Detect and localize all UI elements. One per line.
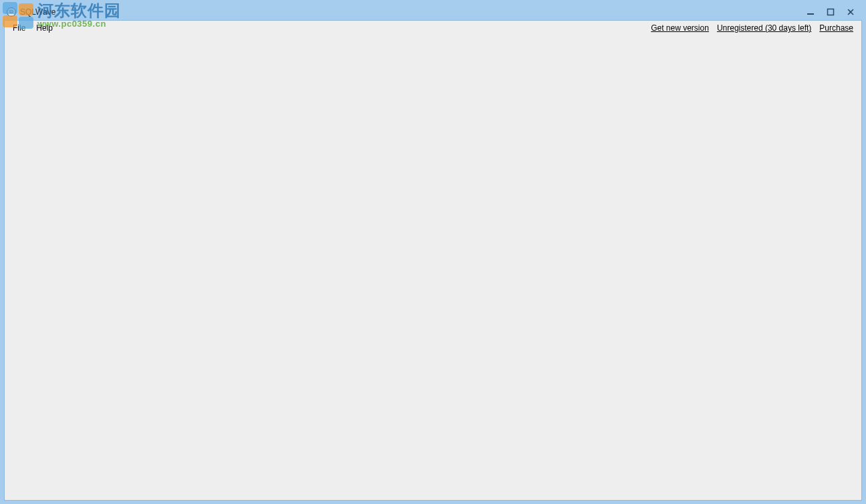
svg-rect-1	[828, 9, 834, 15]
link-purchase[interactable]: Purchase	[819, 23, 853, 33]
client-area: File Help Get new version Unregistered (…	[4, 20, 862, 501]
link-unregistered[interactable]: Unregistered (30 days left)	[717, 23, 811, 33]
svg-rect-0	[807, 13, 814, 15]
minimize-button[interactable]	[805, 7, 817, 17]
link-get-new-version[interactable]: Get new version	[651, 23, 709, 33]
menubar-right: Get new version Unregistered (30 days le…	[651, 23, 859, 33]
content-area	[5, 35, 861, 500]
titlebar[interactable]: ⧉ SQLWave	[4, 3, 862, 20]
close-button[interactable]	[845, 7, 857, 17]
app-title: SQLWave	[20, 7, 805, 17]
menu-help[interactable]: Help	[31, 22, 58, 34]
window-controls	[805, 7, 859, 17]
app-icon: ⧉	[7, 7, 16, 17]
menu-file[interactable]: File	[7, 22, 31, 34]
menubar-left: File Help	[7, 22, 58, 34]
maximize-button[interactable]	[825, 7, 837, 17]
menubar: File Help Get new version Unregistered (…	[5, 21, 861, 35]
app-window: ⧉ SQLWave File Help Get new version Unre…	[4, 3, 862, 501]
